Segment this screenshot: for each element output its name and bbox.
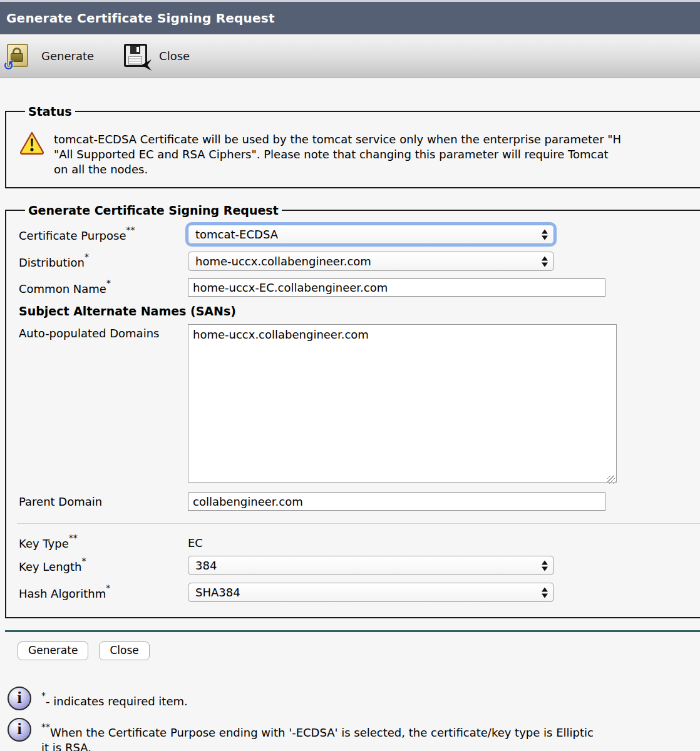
toolbar-close-label: Close [159, 49, 190, 63]
generate-csr-window: Generate Certificate Signing Request Gen… [0, 0, 700, 751]
parent-domain-input[interactable] [188, 493, 605, 511]
action-buttons: Generate Close [18, 641, 700, 660]
hash-algorithm-value: SHA384 [195, 586, 240, 599]
distribution-label: Distribution* [19, 254, 188, 269]
auto-populated-domains-textarea[interactable]: home-uccx.collabengineer.com [188, 324, 617, 483]
select-arrows-icon [542, 256, 548, 267]
sans-heading: Subject Alternate Names (SANs) [19, 304, 700, 318]
generate-button[interactable]: Generate [18, 641, 88, 660]
required-item-note: i *- indicates required item. [8, 687, 700, 710]
select-arrows-icon [542, 560, 548, 571]
toolbar-generate-button[interactable]: Generate [5, 43, 94, 70]
floppy-disk-icon [123, 43, 150, 70]
distribution-row: Distribution* home-uccx.collabengineer.c… [19, 252, 700, 271]
hash-algorithm-row: Hash Algorithm* SHA384 [19, 583, 700, 602]
status-message: tomcat-ECDSA Certificate will be used by… [54, 131, 621, 177]
parent-domain-row: Parent Domain [19, 493, 700, 511]
generate-csr-fieldset: Generate Certificate Signing Request Cer… [5, 203, 700, 618]
hash-algorithm-label: Hash Algorithm* [19, 585, 188, 600]
status-line: on all the nodes. [54, 162, 621, 177]
ecdsa-key-type-note: i **When the Certificate Purpose ending … [8, 718, 700, 751]
select-arrows-icon [542, 587, 548, 598]
distribution-select[interactable]: home-uccx.collabengineer.com [188, 252, 554, 271]
certificate-purpose-label: Certificate Purpose** [19, 227, 188, 242]
toolbar: Generate Close [0, 34, 700, 78]
parent-domain-label: Parent Domain [19, 495, 188, 508]
toolbar-close-button[interactable]: Close [123, 43, 190, 70]
key-type-row: Key Type** EC [19, 535, 700, 550]
window-title-bar: Generate Certificate Signing Request [0, 2, 700, 34]
footnotes: i *- indicates required item. i **When t… [8, 687, 700, 751]
status-legend: Status [25, 105, 75, 118]
page-title: Generate Certificate Signing Request [6, 11, 275, 26]
section-divider [17, 523, 700, 524]
certificate-purpose-row: Certificate Purpose** tomcat-ECDSA [19, 225, 700, 244]
status-line: tomcat-ECDSA Certificate will be used by… [54, 132, 621, 147]
key-length-select[interactable]: 384 [188, 556, 554, 575]
key-length-label: Key Length* [19, 558, 188, 573]
toolbar-generate-label: Generate [41, 49, 94, 63]
back-arrow-icon [141, 59, 152, 71]
auto-populated-domains-row: Auto-populated Domains home-uccx.collabe… [19, 324, 700, 485]
common-name-label: Common Name* [19, 280, 188, 295]
key-type-value: EC [188, 536, 203, 549]
refresh-arrow-icon [3, 59, 14, 73]
select-arrows-icon [542, 229, 548, 240]
key-type-label: Key Type** [19, 535, 188, 550]
certificate-purpose-value: tomcat-ECDSA [195, 228, 278, 241]
key-length-value: 384 [195, 559, 217, 572]
info-icon: i [8, 687, 31, 710]
warning-triangle-icon [19, 131, 45, 156]
info-icon: i [8, 718, 31, 742]
footer-divider [5, 630, 700, 632]
certificate-purpose-select[interactable]: tomcat-ECDSA [188, 225, 554, 244]
status-fieldset: Status tomcat-ECDSA Certificate will be … [5, 105, 700, 188]
key-length-row: Key Length* 384 [19, 556, 700, 575]
close-button[interactable]: Close [99, 641, 149, 660]
certificate-lock-icon [5, 43, 33, 70]
status-line: "All Supported EC and RSA Ciphers". Plea… [54, 147, 621, 162]
distribution-value: home-uccx.collabengineer.com [195, 255, 371, 268]
resize-grip-icon[interactable] [607, 476, 615, 484]
hash-algorithm-select[interactable]: SHA384 [188, 583, 554, 602]
common-name-row: Common Name* [19, 278, 700, 297]
generate-csr-legend: Generate Certificate Signing Request [25, 203, 282, 217]
auto-populated-domains-label: Auto-populated Domains [19, 324, 188, 340]
common-name-input[interactable] [188, 278, 605, 297]
